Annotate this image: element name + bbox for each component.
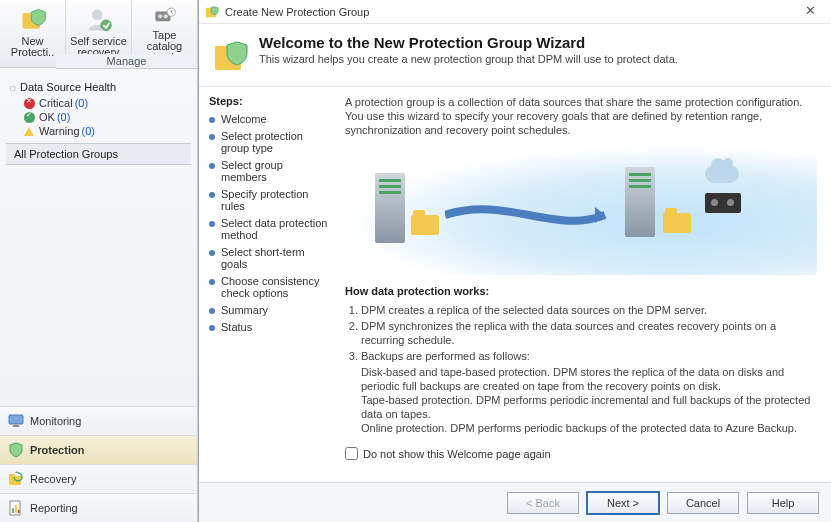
shield-icon — [8, 442, 24, 458]
how-sub-2: Tape-based protection. DPM performs peri… — [361, 393, 817, 421]
wizard-button-bar: < Back Next > Cancel Help — [199, 482, 831, 522]
tree-critical-label: Critical — [39, 97, 73, 109]
nav-reporting-label: Reporting — [30, 502, 78, 514]
step-consistency-check[interactable]: Choose consistency check options — [209, 275, 331, 299]
how-list: DPM creates a replica of the selected da… — [361, 303, 817, 363]
shield-folder-icon — [19, 6, 47, 34]
tree-critical[interactable]: Critical (0) — [24, 97, 191, 109]
svg-point-2 — [92, 10, 103, 21]
how-item-2: DPM synchronizes the replica with the da… — [361, 319, 817, 347]
step-protection-rules[interactable]: Specify protection rules — [209, 188, 331, 212]
how-item-3: Backups are performed as follows: — [361, 349, 817, 363]
how-sub-1: Disk-based and tape-based protection. DP… — [361, 365, 817, 393]
wizard-steps: Steps: Welcome Select protection group t… — [199, 87, 339, 482]
svg-rect-15 — [18, 510, 20, 513]
wizard-illustration — [345, 145, 817, 275]
nav-protection-label: Protection — [30, 444, 84, 456]
wizard-title: Welcome to the New Protection Group Wiza… — [259, 34, 678, 51]
wizard-content: A protection group is a collection of da… — [339, 87, 831, 482]
help-button[interactable]: Help — [747, 492, 819, 514]
svg-rect-8 — [9, 415, 23, 424]
how-sub-3: Online protection. DPM performs periodic… — [361, 421, 817, 435]
dont-show-row[interactable]: Do not show this Welcome page again — [345, 447, 817, 460]
wizard-title-icon — [205, 5, 219, 19]
cloud-icon — [705, 165, 739, 183]
svg-rect-1 — [22, 13, 31, 18]
folder-icon — [663, 213, 691, 233]
tree-health-header[interactable]: Data Source Health — [10, 81, 191, 93]
tree-warning-label: Warning — [39, 125, 80, 137]
svg-rect-19 — [215, 46, 227, 52]
close-button[interactable]: ✕ — [795, 3, 825, 21]
wizard-titlebar: Create New Protection Group ✕ — [199, 0, 831, 24]
server-icon — [625, 167, 655, 237]
nav-protection[interactable]: Protection — [0, 435, 197, 464]
monitor-icon — [8, 413, 24, 429]
step-group-members[interactable]: Select group members — [209, 159, 331, 183]
folder-icon — [411, 215, 439, 235]
server-icon — [375, 173, 405, 243]
svg-rect-13 — [12, 508, 14, 513]
recovery-icon — [8, 471, 24, 487]
next-button[interactable]: Next > — [587, 492, 659, 514]
how-item-1: DPM creates a replica of the selected da… — [361, 303, 817, 317]
svg-rect-17 — [206, 7, 211, 11]
app-left-panel: New Protecti.. Self service recovery Tap… — [0, 0, 198, 522]
back-button[interactable]: < Back — [507, 492, 579, 514]
step-group-type[interactable]: Select protection group type — [209, 130, 331, 154]
arrow-icon — [445, 195, 615, 235]
step-welcome[interactable]: Welcome — [209, 113, 331, 125]
nav-recovery-label: Recovery — [30, 473, 76, 485]
user-recovery-icon — [85, 6, 113, 34]
wizard-subtitle: This wizard helps you create a new prote… — [259, 53, 678, 65]
cancel-button[interactable]: Cancel — [667, 492, 739, 514]
tree-ok-label: OK — [39, 111, 55, 123]
step-short-term-goals[interactable]: Select short-term goals — [209, 246, 331, 270]
report-icon — [8, 500, 24, 516]
tape-clock-icon — [151, 6, 179, 28]
tree-panel: Data Source Health Critical (0) OK (0) W… — [0, 69, 197, 406]
wizard-header: Welcome to the New Protection Group Wiza… — [199, 24, 831, 87]
svg-point-5 — [158, 14, 162, 18]
critical-icon — [24, 98, 35, 109]
ok-icon — [24, 112, 35, 123]
tape-icon — [705, 193, 741, 213]
tree-critical-count: (0) — [75, 97, 88, 109]
how-header: How data protection works: — [345, 285, 817, 297]
wizard-dialog: Create New Protection Group ✕ Welcome to… — [198, 0, 831, 522]
step-status[interactable]: Status — [209, 321, 331, 333]
nav-monitoring[interactable]: Monitoring — [0, 406, 197, 435]
nav-monitoring-label: Monitoring — [30, 415, 81, 427]
svg-rect-14 — [15, 505, 17, 513]
nav-list: Monitoring Protection Recovery Reporting — [0, 406, 197, 522]
tree-warning[interactable]: Warning (0) — [24, 125, 191, 137]
ribbon-new-label: New Protecti.. — [2, 36, 63, 58]
wizard-window-title: Create New Protection Group — [225, 6, 795, 18]
dont-show-label: Do not show this Welcome page again — [363, 448, 551, 460]
warning-icon — [24, 127, 34, 136]
step-summary[interactable]: Summary — [209, 304, 331, 316]
wizard-description: A protection group is a collection of da… — [345, 95, 817, 137]
wizard-header-icon — [213, 38, 249, 74]
dont-show-checkbox[interactable] — [345, 447, 358, 460]
nav-reporting[interactable]: Reporting — [0, 493, 197, 522]
wizard-body: Steps: Welcome Select protection group t… — [199, 87, 831, 482]
svg-point-6 — [163, 14, 167, 18]
ribbon-group-manage: Manage — [56, 54, 197, 69]
step-protection-method[interactable]: Select data protection method — [209, 217, 331, 241]
tree-groups-header[interactable]: All Protection Groups — [6, 143, 191, 165]
tree-warning-count: (0) — [82, 125, 95, 137]
tree-ok[interactable]: OK (0) — [24, 111, 191, 123]
svg-rect-9 — [13, 425, 19, 427]
steps-header: Steps: — [209, 95, 331, 107]
tree-ok-count: (0) — [57, 111, 70, 123]
nav-recovery[interactable]: Recovery — [0, 464, 197, 493]
